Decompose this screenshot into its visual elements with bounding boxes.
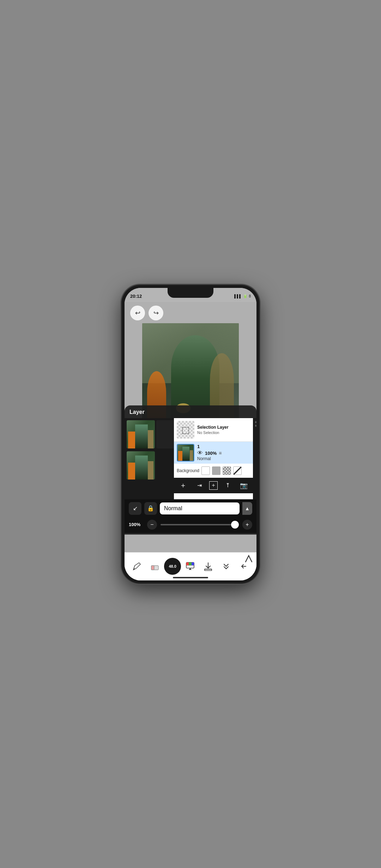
background-label: Background (177, 468, 199, 473)
fx-button[interactable]: FX (255, 481, 256, 489)
background-swatch-gray[interactable] (212, 466, 220, 475)
svg-rect-5 (151, 566, 154, 570)
thumbnail-row-top (127, 420, 172, 448)
selection-layer-name: Selection Layer (197, 425, 250, 430)
checker-tool-button[interactable] (255, 420, 256, 428)
move-layer-button[interactable]: ⤒ (221, 479, 234, 492)
blend-mode-dropdown[interactable]: Normal (160, 502, 240, 514)
selection-transform-button[interactable]: ⤢ (255, 428, 256, 436)
camera-button[interactable]: 📷 (237, 479, 250, 492)
blend-mode-label: Normal (164, 505, 182, 512)
phone-frame: 20:12 ▌▌▌ 🔋 8 ↩ ↪ Layer (122, 285, 259, 583)
battery-level: 8 (249, 294, 251, 298)
svg-rect-10 (192, 562, 194, 565)
layer-1-blend-mode: Normal (197, 456, 250, 461)
selection-layer-thumbnail (177, 421, 194, 439)
status-icons: ▌▌▌ 🔋 8 (234, 294, 251, 298)
layer-1-row[interactable]: 1 👁 100% ≡ Normal (174, 442, 253, 464)
flip-tool-button[interactable]: ⇔ (255, 446, 256, 454)
double-down-button[interactable] (217, 557, 235, 575)
bottom-toolbar: 48.0 (125, 552, 256, 580)
undo-redo-group: ↩ ↪ (130, 306, 163, 320)
brush-size-label: 48.0 (169, 564, 176, 568)
layer-thumbnails-column (125, 418, 174, 499)
svg-rect-9 (189, 562, 192, 565)
thumbnail-2[interactable] (127, 451, 155, 480)
layer-list: Selection Layer No Selection (174, 418, 253, 499)
down-arrow-button[interactable]: ↓ (255, 463, 256, 471)
selection-dashed-box (182, 427, 189, 434)
shrink-tool-button[interactable]: ⇱ (255, 454, 256, 463)
layer-1-number: 1 (197, 444, 250, 449)
more-options-button[interactable]: ⋮ (255, 490, 256, 498)
pencil-tool-button[interactable] (128, 557, 146, 575)
opacity-decrease-button[interactable]: − (147, 520, 157, 530)
status-time: 20:12 (130, 294, 142, 299)
blend-back-button[interactable]: ↙ (129, 502, 141, 515)
eraser-tool-button[interactable] (146, 557, 164, 575)
home-indicator (173, 577, 208, 578)
color-picker-button[interactable] (181, 557, 199, 575)
opacity-slider-thumb[interactable] (231, 521, 239, 529)
notch (168, 288, 213, 298)
selection-layer-row[interactable]: Selection Layer No Selection (174, 418, 253, 442)
add-mask-button[interactable]: ＋ (209, 481, 218, 490)
delete-layer-button[interactable]: 🗑 (255, 472, 256, 480)
visibility-eye-icon[interactable]: 👁 (197, 450, 203, 456)
thumbnail-row-bottom (127, 451, 172, 480)
background-swatch-slash[interactable] (233, 466, 242, 475)
layer-panel: Layer (125, 405, 256, 535)
background-row: Background (174, 464, 253, 478)
layer-1-info: 1 👁 100% ≡ Normal (197, 444, 250, 461)
layer-1-controls: 👁 100% ≡ (197, 450, 250, 456)
layer-options-icon[interactable]: ≡ (219, 450, 222, 456)
layer-action-buttons: ＋ ⇥ ＋ ⤒ 📷 (174, 478, 253, 493)
brush-size-button[interactable]: 48.0 (164, 558, 181, 575)
download-button[interactable] (199, 557, 217, 575)
opacity-increase-button[interactable]: + (242, 520, 252, 530)
battery-icon: 🔋 (243, 294, 247, 298)
thumbnail-1[interactable] (127, 420, 155, 448)
layer-1-opacity: 100% (205, 451, 217, 456)
opacity-bar: 100% − + (125, 518, 256, 533)
blend-mode-arrow[interactable]: ▲ (242, 502, 252, 515)
signal-icon: ▌▌▌ (234, 294, 242, 298)
redo-button[interactable]: ↪ (149, 306, 163, 320)
move-tool-button[interactable]: ✥ (255, 437, 256, 445)
svg-rect-8 (186, 562, 189, 565)
add-layer-button[interactable]: ＋ (177, 479, 189, 492)
merge-layer-button[interactable]: ⇥ (193, 479, 206, 492)
background-swatch-white[interactable] (201, 466, 210, 475)
right-toolbar: ⤢ ✥ ⇔ ⇱ ↓ 🗑 FX ⋮ (253, 418, 256, 499)
layer-1-thumbnail (177, 444, 194, 462)
opacity-label: 100% (129, 522, 144, 527)
opacity-slider[interactable] (161, 524, 239, 525)
no-selection-text: No Selection (197, 430, 250, 435)
undo-button[interactable]: ↩ (130, 306, 145, 320)
layer-content-area: Selection Layer No Selection (125, 418, 256, 499)
layer-panel-title: Layer (125, 405, 256, 418)
blend-mode-bar: ↙ 🔒 Normal ▲ (125, 499, 256, 518)
phone-screen: 20:12 ▌▌▌ 🔋 8 ↩ ↪ Layer (125, 288, 256, 580)
lock-alpha-button[interactable]: 🔒 (144, 502, 157, 515)
selection-layer-info: Selection Layer No Selection (197, 425, 250, 435)
background-swatch-checker[interactable] (223, 466, 231, 475)
